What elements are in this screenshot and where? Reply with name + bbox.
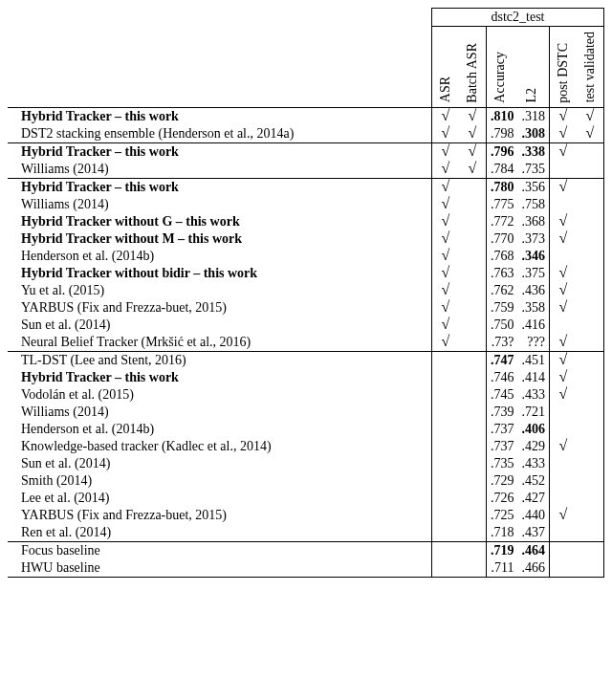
l2-cell: .338	[518, 143, 550, 162]
l2-cell: .358	[518, 299, 550, 317]
post-dstc-cell: √	[550, 282, 578, 299]
method-name: Hybrid Tracker without G – this work	[8, 213, 432, 230]
post-dstc-cell	[550, 317, 578, 334]
test-validated-cell	[577, 265, 604, 282]
batch-asr-cell	[459, 265, 487, 282]
check-icon: √	[559, 353, 568, 366]
test-validated-cell	[577, 438, 604, 455]
post-dstc-cell	[550, 490, 578, 507]
accuracy-cell: .810	[487, 108, 518, 126]
l2-cell: .758	[518, 196, 550, 213]
post-dstc-cell	[550, 161, 578, 179]
post-dstc-cell: √	[550, 369, 578, 386]
batch-asr-cell: √	[459, 161, 487, 179]
method-name: TL-DST (Lee and Stent, 2016)	[8, 352, 432, 370]
check-icon: √	[442, 180, 450, 193]
asr-cell	[432, 421, 460, 438]
asr-cell	[432, 542, 460, 560]
method-name: Lee et al. (2014)	[8, 490, 432, 507]
table-row: Smith (2014).729.452	[8, 472, 604, 490]
batch-asr-cell	[459, 472, 487, 490]
col-asr: ASR	[432, 27, 460, 108]
test-validated-cell: √	[577, 125, 604, 143]
accuracy-cell: .725	[487, 507, 518, 524]
batch-asr-cell	[459, 248, 487, 265]
empty-header2	[8, 27, 432, 108]
post-dstc-cell	[550, 421, 578, 438]
batch-asr-cell	[459, 179, 487, 197]
batch-asr-cell	[459, 282, 487, 299]
post-dstc-cell: √	[550, 265, 578, 282]
accuracy-cell: .770	[487, 230, 518, 248]
check-icon: √	[442, 300, 450, 314]
asr-cell: √	[432, 282, 460, 299]
batch-asr-cell	[459, 334, 487, 352]
table-row: Lee et al. (2014).726.427	[8, 490, 604, 507]
test-validated-cell	[577, 299, 604, 317]
batch-asr-cell	[459, 524, 487, 542]
accuracy-cell: .780	[487, 179, 518, 197]
accuracy-cell: .745	[487, 386, 518, 404]
check-icon: √	[469, 144, 477, 158]
test-validated-cell	[577, 334, 604, 352]
batch-asr-cell	[459, 490, 487, 507]
asr-cell	[432, 352, 460, 370]
method-name: Williams (2014)	[8, 161, 432, 179]
accuracy-cell: .775	[487, 196, 518, 213]
check-icon: √	[559, 109, 568, 122]
accuracy-cell: .746	[487, 369, 518, 386]
l2-cell: .318	[518, 108, 550, 126]
method-name: Knowledge-based tracker (Kadlec et al., …	[8, 438, 432, 455]
batch-asr-cell	[459, 386, 487, 404]
post-dstc-cell: √	[550, 352, 578, 370]
table-row: Williams (2014)√.775.758	[8, 196, 604, 213]
table-row: Hybrid Tracker – this work√√.810.318√√	[8, 108, 604, 126]
accuracy-cell: .772	[487, 213, 518, 230]
dataset-header: dstc2_test	[432, 9, 604, 27]
table-row: Vodolán et al. (2015).745.433√	[8, 386, 604, 404]
l2-cell: .464	[518, 542, 550, 560]
batch-asr-cell	[459, 369, 487, 386]
table-row: Focus baseline.719.464	[8, 542, 604, 560]
test-validated-cell	[577, 490, 604, 507]
method-name: Yu et al. (2015)	[8, 282, 432, 299]
table-row: Sun et al. (2014).735.433	[8, 455, 604, 472]
accuracy-cell: .73?	[487, 334, 518, 352]
test-validated-cell	[577, 472, 604, 490]
accuracy-cell: .726	[487, 490, 518, 507]
post-dstc-cell: √	[550, 125, 578, 143]
asr-cell: √	[432, 179, 460, 197]
check-icon: √	[559, 335, 568, 348]
batch-asr-cell	[459, 196, 487, 213]
col-l2: L2	[518, 27, 550, 108]
test-validated-cell	[577, 248, 604, 265]
post-dstc-cell: √	[550, 230, 578, 248]
method-name: YARBUS (Fix and Frezza-buet, 2015)	[8, 507, 432, 524]
l2-cell: .437	[518, 524, 550, 542]
method-name: HWU baseline	[8, 559, 432, 578]
check-icon: √	[559, 144, 568, 158]
batch-asr-cell	[459, 542, 487, 560]
test-validated-cell: √	[577, 108, 604, 126]
batch-asr-cell	[459, 404, 487, 421]
check-icon: √	[586, 126, 595, 140]
asr-cell: √	[432, 108, 460, 126]
batch-asr-cell	[459, 352, 487, 370]
asr-cell	[432, 507, 460, 524]
batch-asr-cell	[459, 317, 487, 334]
check-icon: √	[559, 387, 568, 401]
test-validated-cell	[577, 421, 604, 438]
check-icon: √	[559, 214, 568, 228]
asr-cell	[432, 438, 460, 455]
check-icon: √	[442, 109, 450, 122]
method-name: Hybrid Tracker without M – this work	[8, 230, 432, 248]
table-row: Hybrid Tracker – this work.746.414√	[8, 369, 604, 386]
check-icon: √	[442, 283, 450, 296]
table-row: Neural Belief Tracker (Mrkšić et al., 20…	[8, 334, 604, 352]
l2-cell: .451	[518, 352, 550, 370]
check-icon: √	[559, 300, 568, 314]
check-icon: √	[559, 370, 568, 383]
l2-cell: .466	[518, 559, 550, 578]
table-row: HWU baseline.711.466	[8, 559, 604, 578]
l2-cell: .433	[518, 455, 550, 472]
